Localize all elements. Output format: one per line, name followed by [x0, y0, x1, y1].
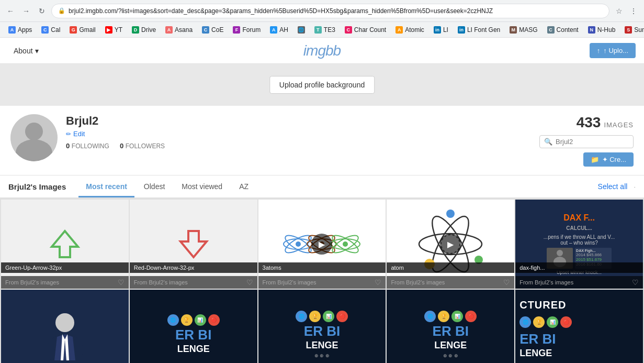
svg-marker-0 — [52, 231, 78, 257]
image-card-5[interactable]: DAX F...CALCUL... ...pens if we throw AL… — [515, 200, 643, 289]
bookmark-apps[interactable]: A Apps — [4, 24, 36, 36]
bookmark-yt[interactable]: ▶ YT — [101, 24, 127, 36]
section-title: Brjul2's Images — [8, 182, 66, 191]
bookmark-te3-label: TE3 — [324, 26, 335, 34]
upload-button-top[interactable]: ↑ ↑ Uplo... — [590, 43, 636, 58]
bi-title-7: ER BI — [175, 328, 211, 342]
edit-label: Edit — [73, 130, 85, 138]
svg-point-5 — [296, 241, 301, 247]
bookmark-content[interactable]: C Content — [543, 24, 583, 36]
bookmark-cal[interactable]: C Cal — [37, 24, 64, 36]
image-caption-3: 3atoms — [258, 262, 386, 273]
bi-icons-row-10: 🌐 🏆 📊 🔴 — [519, 316, 572, 328]
tab-az[interactable]: AZ — [232, 177, 256, 197]
image-caption-4: atom — [387, 262, 514, 273]
bookmark-gmail[interactable]: G Gmail — [65, 24, 99, 36]
upload-label: ↑ Uplo... — [603, 47, 628, 54]
bookmark-content-label: Content — [557, 26, 579, 34]
about-chevron-icon: ▾ — [35, 47, 39, 55]
profile-background: Upload profile background — [0, 64, 644, 106]
bookmark-asana-label: Asana — [175, 26, 193, 34]
asana-favicon: A — [165, 26, 173, 34]
bookmark-drive[interactable]: D Drive — [128, 24, 160, 36]
image-card-10[interactable]: CTURED 🌐 🏆 📊 🔴 ER BI LENGE From Brjul2's… — [515, 290, 643, 363]
bookmark-atomic-label: Atomic — [405, 26, 424, 34]
bookmark-lifont[interactable]: in LI Font Gen — [454, 24, 504, 36]
image-card-9[interactable]: 🌐 🏆 📊 🔴 ER BI LENGE ⊕ ⊕ ⊕ From Brjul2's … — [387, 290, 514, 363]
profile-info-section: Brjul2 ✏ Edit 0 FOLLOWING 0 FOLLOWERS 43… — [0, 106, 644, 175]
dax-header: DAX F...CALCUL... — [563, 213, 595, 232]
bookmark-forum[interactable]: F Forum — [229, 24, 265, 36]
image-title-3: 3atoms — [263, 265, 281, 271]
image-card-7[interactable]: 🌐 🏆 📊 🔴 ER BI LENGE From Brjul2's images… — [130, 290, 257, 363]
images-label: IMAGES — [604, 121, 634, 129]
image-thumb-10: CTURED 🌐 🏆 📊 🔴 ER BI LENGE — [515, 290, 643, 363]
upload-icon: ↑ — [597, 47, 601, 54]
play-button-4[interactable]: ▶ — [440, 234, 461, 255]
dax-subtext: ...pens if we throw ALL and V...out – wh… — [544, 234, 615, 246]
tctured-text: CTURED — [519, 294, 566, 311]
nav-refresh-button[interactable]: ↻ — [36, 5, 48, 17]
search-input[interactable] — [556, 138, 629, 146]
image-card-8[interactable]: 🌐 🏆 📊 🔴 ER BI LENGE ⊕ ⊕ ⊕ From Brjul2's … — [258, 290, 386, 363]
folder-icon: 📁 — [591, 156, 599, 163]
image-card-2[interactable]: Red-Down-Arrow-32-px From Brjul2's image… — [130, 200, 257, 289]
address-bar[interactable]: 🔒 brjul2.imgbb.com/?list=images&sort=dat… — [51, 4, 609, 18]
bookmark-atomic[interactable]: A Atomic — [391, 24, 428, 36]
bookmark-gmail-label: Gmail — [79, 26, 95, 34]
browser-menu-button[interactable]: ⋮ — [627, 5, 640, 17]
bookmark-coe[interactable]: C CoE — [198, 24, 228, 36]
bookmark-charcount[interactable]: C Char Count — [341, 24, 390, 36]
masg-favicon: M — [510, 26, 517, 34]
browser-actions: ☆ ⋮ — [613, 5, 640, 17]
bookmark-nhub[interactable]: N N-Hub — [584, 24, 620, 36]
image-card-4[interactable]: ▶ atom From Brjul2's images ♡ — [387, 200, 514, 289]
top-nav: About ▾ imgbb ↑ ↑ Uplo... — [0, 38, 644, 64]
heart-icon-1[interactable]: ♡ — [118, 278, 125, 287]
image-card-6[interactable]: From Brjul2's images ♡ — [1, 290, 129, 363]
image-card-3[interactable]: ▶ 3atoms From Brjul2's images ♡ — [258, 200, 386, 289]
heart-icon-5[interactable]: ♡ — [632, 278, 639, 287]
red-down-arrow-icon — [178, 228, 209, 260]
upload-profile-background-button[interactable]: Upload profile background — [269, 76, 375, 94]
image-thumb-6 — [1, 290, 129, 363]
nav-forward-button[interactable]: → — [20, 5, 32, 17]
site-logo[interactable]: imgbb — [303, 42, 341, 59]
bookmark-masg[interactable]: M MASG — [505, 24, 541, 36]
edit-profile-link[interactable]: ✏ Edit — [66, 130, 531, 138]
heart-icon-4[interactable]: ♡ — [503, 278, 510, 287]
image-from-2: From Brjul2's images — [134, 279, 188, 285]
tabs-bar: Brjul2's Images Most recent Oldest Most … — [0, 175, 644, 199]
select-all-link[interactable]: Select all — [598, 182, 628, 191]
image-footer-5: From Brjul2's images ♡ — [515, 276, 643, 289]
tab-oldest[interactable]: Oldest — [137, 177, 172, 197]
play-button-3[interactable]: ▶ — [311, 234, 332, 255]
about-button[interactable]: About ▾ — [8, 43, 44, 58]
bookmark-suntrust[interactable]: S SunTrust — [620, 24, 644, 36]
create-album-button[interactable]: 📁 ✦ Cre... — [583, 152, 634, 167]
bookmark-nhub-label: N-Hub — [597, 26, 616, 34]
bookmark-lifont-label: LI Font Gen — [467, 26, 500, 34]
tab-most-viewed[interactable]: Most viewed — [174, 177, 230, 197]
heart-icon-3[interactable]: ♡ — [375, 278, 381, 287]
lifont-favicon: in — [458, 26, 465, 34]
image-thumb-8: 🌐 🏆 📊 🔴 ER BI LENGE ⊕ ⊕ ⊕ — [258, 290, 386, 363]
search-box[interactable]: 🔍 — [539, 135, 634, 148]
bookmark-te3[interactable]: T TE3 — [310, 24, 340, 36]
heart-icon-2[interactable]: ♡ — [246, 278, 253, 287]
image-card-1[interactable]: Green-Up-Arrow-32px From Brjul2's images… — [1, 200, 129, 289]
bookmark-globe[interactable]: 🌐 — [293, 24, 309, 36]
bookmark-li[interactable]: in LI — [430, 24, 453, 36]
bi-subtitle-9: LENGE — [434, 340, 467, 351]
tab-most-recent[interactable]: Most recent — [78, 177, 134, 197]
bookmark-cal-label: Cal — [51, 26, 60, 34]
coe-favicon: C — [202, 26, 209, 34]
bookmark-star-button[interactable]: ☆ — [613, 5, 625, 17]
images-count: 433 IMAGES — [577, 114, 634, 131]
bookmark-ah[interactable]: A AH — [266, 24, 292, 36]
image-thumb-9: 🌐 🏆 📊 🔴 ER BI LENGE ⊕ ⊕ ⊕ — [387, 290, 514, 363]
bi-icons-row-8: 🌐 🏆 📊 🔴 — [296, 311, 348, 322]
image-footer-2: From Brjul2's images ♡ — [130, 276, 257, 289]
nav-back-button[interactable]: ← — [4, 5, 17, 17]
bookmark-asana[interactable]: A Asana — [161, 24, 197, 36]
